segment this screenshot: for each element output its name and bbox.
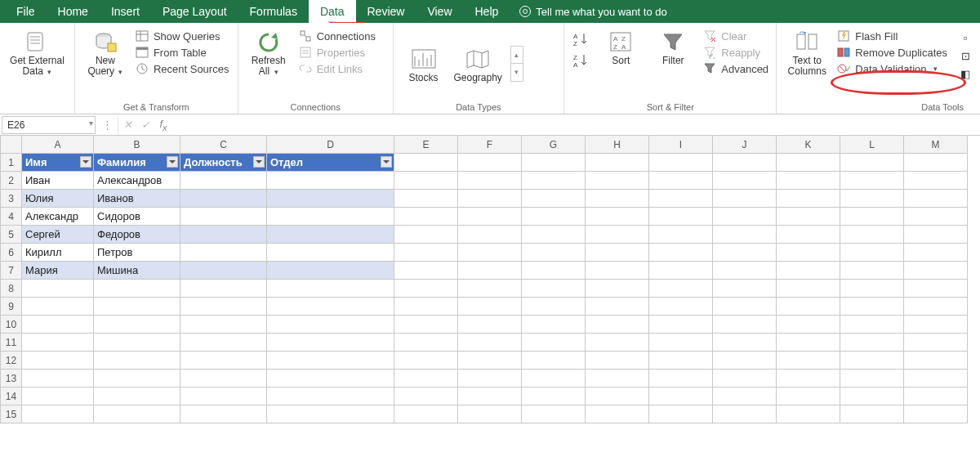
cell-E10[interactable] [394,316,458,334]
cell-G4[interactable] [522,208,586,226]
cell-F6[interactable] [458,244,522,262]
cell-M14[interactable] [904,388,968,405]
cell-B6[interactable]: Петров [94,244,180,262]
geography-button[interactable]: Geography [454,43,502,83]
cell-I12[interactable] [649,352,713,370]
cell-H13[interactable] [586,370,649,388]
col-header-E[interactable]: E [394,136,458,154]
cell-M3[interactable] [904,190,968,208]
cell-M13[interactable] [904,370,968,388]
cell-D12[interactable] [267,352,394,370]
cell-J14[interactable] [713,388,777,405]
cell-K15[interactable] [777,405,840,423]
cell-M7[interactable] [904,262,968,280]
cell-L15[interactable] [840,405,904,423]
cell-D8[interactable] [267,280,394,298]
cell-C2[interactable] [180,172,267,190]
row-header-5[interactable]: 5 [0,226,22,244]
cell-B11[interactable] [94,334,180,352]
cell-A13[interactable] [22,370,94,388]
col-header-J[interactable]: J [713,136,777,154]
relationships-icon[interactable]: ⊡ [959,49,972,62]
tab-insert[interactable]: Insert [100,0,151,23]
connections-button[interactable]: Connections [299,29,376,43]
cell-G9[interactable] [522,298,586,316]
cell-J10[interactable] [713,316,777,334]
manage-data-model-icon[interactable]: ◧ [959,67,972,80]
cell-J6[interactable] [713,244,777,262]
refresh-all-button[interactable]: RefreshAll ▾ [247,26,291,77]
cell-C6[interactable] [180,244,267,262]
cell-F15[interactable] [458,405,522,423]
cell-H9[interactable] [586,298,649,316]
cell-L13[interactable] [840,370,904,388]
cell-F1[interactable] [458,154,522,172]
cell-E2[interactable] [394,172,458,190]
cell-F11[interactable] [458,334,522,352]
col-header-M[interactable]: M [904,136,968,154]
cell-L1[interactable] [840,154,904,172]
cell-H3[interactable] [586,190,649,208]
cell-G1[interactable] [522,154,586,172]
cell-H5[interactable] [586,226,649,244]
cell-J12[interactable] [713,352,777,370]
cell-D15[interactable] [267,405,394,423]
cell-H8[interactable] [586,280,649,298]
cell-K7[interactable] [777,262,840,280]
cell-L10[interactable] [840,316,904,334]
cell-L7[interactable] [840,262,904,280]
row-header-1[interactable]: 1 [0,154,22,172]
cell-B10[interactable] [94,316,180,334]
cell-F5[interactable] [458,226,522,244]
cell-D4[interactable] [267,208,394,226]
text-to-columns-button[interactable]: Text toColumns [785,26,829,77]
cell-J7[interactable] [713,262,777,280]
row-header-6[interactable]: 6 [0,244,22,262]
cell-E13[interactable] [394,370,458,388]
cell-B9[interactable] [94,298,180,316]
cell-I9[interactable] [649,298,713,316]
cell-G12[interactable] [522,352,586,370]
cell-I10[interactable] [649,316,713,334]
cell-D11[interactable] [267,334,394,352]
cell-G3[interactable] [522,190,586,208]
cell-D3[interactable] [267,190,394,208]
cell-L2[interactable] [840,172,904,190]
cell-H14[interactable] [586,388,649,405]
cell-C9[interactable] [180,298,267,316]
consolidate-icon[interactable]: ▫ [959,31,972,44]
cell-C11[interactable] [180,334,267,352]
fx-icon[interactable]: fx [154,118,172,132]
edit-links-button[interactable]: Edit Links [299,62,376,75]
tell-me-search[interactable]: Tell me what you want to do [519,6,666,18]
cell-D5[interactable] [267,226,394,244]
cell-K5[interactable] [777,226,840,244]
cell-C8[interactable] [180,280,267,298]
cell-K1[interactable] [777,154,840,172]
tab-file[interactable]: File [5,0,47,23]
cell-J1[interactable] [713,154,777,172]
cell-C5[interactable] [180,226,267,244]
row-header-2[interactable]: 2 [0,172,22,190]
sort-asc-icon[interactable]: AZ [572,31,590,47]
cell-K6[interactable] [777,244,840,262]
cell-A12[interactable] [22,352,94,370]
cell-M5[interactable] [904,226,968,244]
cell-L5[interactable] [840,226,904,244]
cell-J15[interactable] [713,405,777,423]
col-header-C[interactable]: C [180,136,267,154]
cell-A10[interactable] [22,316,94,334]
row-header-9[interactable]: 9 [0,298,22,316]
cell-L11[interactable] [840,334,904,352]
cell-E14[interactable] [394,388,458,405]
col-header-B[interactable]: B [94,136,180,154]
from-table-button[interactable]: From Table [136,46,229,59]
get-external-data-button[interactable]: Get ExternalData ▾ [10,26,65,77]
row-header-11[interactable]: 11 [0,334,22,352]
stocks-button[interactable]: Stocks [402,43,446,83]
cell-L9[interactable] [840,298,904,316]
cell-B5[interactable]: Федоров [94,226,180,244]
col-header-G[interactable]: G [522,136,586,154]
cell-H1[interactable] [586,154,649,172]
cell-I7[interactable] [649,262,713,280]
